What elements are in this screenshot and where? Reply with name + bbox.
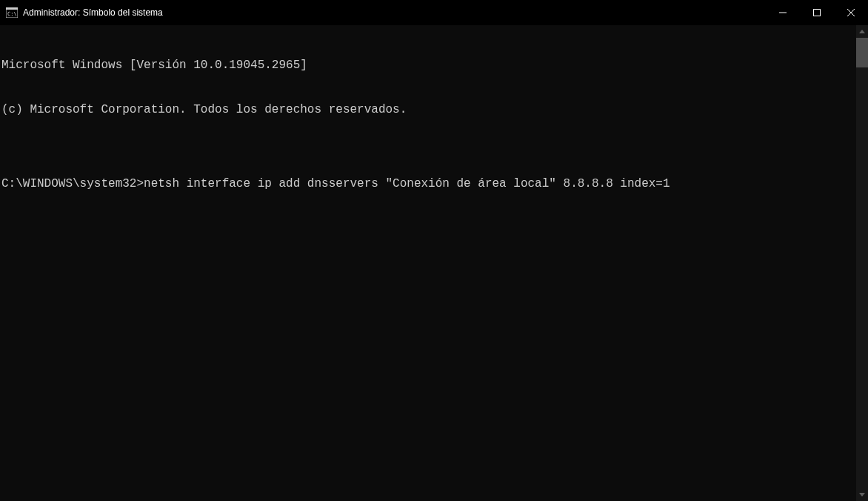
scroll-down-arrow-icon[interactable] — [856, 488, 868, 501]
console-command: netsh interface ip add dnsservers "Conex… — [144, 176, 670, 191]
maximize-button[interactable] — [800, 0, 834, 25]
cmd-icon: C:\ — [6, 7, 18, 19]
svg-text:C:\: C:\ — [7, 11, 17, 17]
scroll-up-arrow-icon[interactable] — [856, 25, 868, 38]
svg-marker-7 — [859, 30, 865, 33]
svg-rect-1 — [6, 7, 18, 10]
console-prompt-line: C:\WINDOWS\system32>netsh interface ip a… — [1, 176, 867, 191]
titlebar-left: C:\ Administrador: Símbolo del sistema — [0, 7, 163, 19]
svg-marker-8 — [859, 493, 865, 497]
console-line-copyright: (c) Microsoft Corporation. Todos los der… — [1, 102, 867, 117]
scroll-thumb[interactable] — [856, 38, 868, 67]
console-content: Microsoft Windows [Versión 10.0.19045.29… — [0, 25, 868, 222]
svg-rect-4 — [814, 10, 821, 16]
console-prompt: C:\WINDOWS\system32> — [1, 176, 144, 191]
window-title: Administrador: Símbolo del sistema — [23, 7, 163, 18]
minimize-button[interactable] — [766, 0, 800, 25]
console-line-version: Microsoft Windows [Versión 10.0.19045.29… — [1, 58, 867, 73]
window-controls — [766, 0, 868, 25]
console-area[interactable]: Microsoft Windows [Versión 10.0.19045.29… — [0, 25, 868, 501]
window-titlebar: C:\ Administrador: Símbolo del sistema — [0, 0, 868, 25]
vertical-scrollbar[interactable] — [856, 25, 868, 501]
close-button[interactable] — [834, 0, 868, 25]
